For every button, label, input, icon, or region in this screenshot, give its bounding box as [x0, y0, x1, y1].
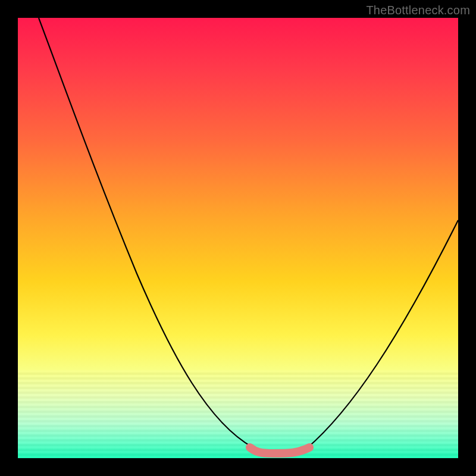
- chart-frame: TheBottleneck.com: [0, 0, 476, 476]
- bottleneck-curve: [39, 18, 458, 452]
- watermark-text: TheBottleneck.com: [366, 4, 470, 17]
- plot-area: [18, 18, 458, 458]
- gradient-bands: [18, 370, 458, 458]
- flat-bottom-highlight: [250, 447, 309, 453]
- curve-svg: [18, 18, 458, 458]
